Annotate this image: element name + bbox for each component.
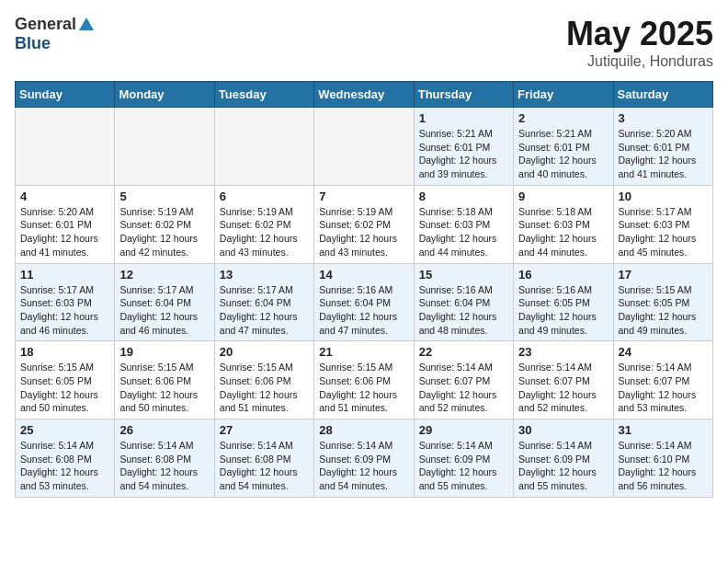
calendar-cell: 24Sunrise: 5:14 AM Sunset: 6:07 PM Dayli… [613,341,712,419]
day-number: 30 [518,423,608,437]
day-info: Sunrise: 5:14 AM Sunset: 6:07 PM Dayligh… [419,361,508,415]
day-number: 21 [319,345,408,359]
day-number: 25 [20,423,109,437]
day-info: Sunrise: 5:15 AM Sunset: 6:06 PM Dayligh… [319,361,408,415]
calendar-week-row: 4Sunrise: 5:20 AM Sunset: 6:01 PM Daylig… [16,185,713,263]
day-info: Sunrise: 5:19 AM Sunset: 6:02 PM Dayligh… [220,205,309,259]
calendar-cell: 26Sunrise: 5:14 AM Sunset: 6:08 PM Dayli… [115,419,214,498]
day-number: 16 [518,268,608,282]
day-info: Sunrise: 5:14 AM Sunset: 6:08 PM Dayligh… [220,439,309,493]
calendar-cell: 12Sunrise: 5:17 AM Sunset: 6:04 PM Dayli… [115,263,214,341]
calendar-header-row: SundayMondayTuesdayWednesdayThursdayFrid… [16,82,713,108]
day-number: 5 [119,190,209,203]
calendar-cell: 6Sunrise: 5:19 AM Sunset: 6:02 PM Daylig… [214,185,313,263]
calendar-cell: 4Sunrise: 5:20 AM Sunset: 6:01 PM Daylig… [16,185,115,263]
page-subtitle: Jutiquile, Honduras [566,53,713,70]
calendar-cell: 17Sunrise: 5:15 AM Sunset: 6:05 PM Dayli… [613,263,712,341]
calendar-cell: 20Sunrise: 5:15 AM Sunset: 6:06 PM Dayli… [214,341,313,419]
day-number: 10 [619,190,708,203]
day-number: 6 [220,190,309,203]
calendar-cell [115,108,214,186]
calendar-week-row: 11Sunrise: 5:17 AM Sunset: 6:03 PM Dayli… [16,263,713,341]
day-info: Sunrise: 5:15 AM Sunset: 6:05 PM Dayligh… [20,361,109,415]
day-info: Sunrise: 5:18 AM Sunset: 6:03 PM Dayligh… [419,205,508,259]
day-info: Sunrise: 5:14 AM Sunset: 6:10 PM Dayligh… [619,439,708,493]
day-info: Sunrise: 5:17 AM Sunset: 6:03 PM Dayligh… [619,205,708,259]
day-info: Sunrise: 5:16 AM Sunset: 6:04 PM Dayligh… [419,283,508,338]
calendar-cell: 22Sunrise: 5:14 AM Sunset: 6:07 PM Dayli… [414,341,513,419]
calendar-day-header: Saturday [613,82,712,108]
day-info: Sunrise: 5:19 AM Sunset: 6:02 PM Dayligh… [319,205,408,259]
day-info: Sunrise: 5:19 AM Sunset: 6:02 PM Dayligh… [119,205,209,259]
day-number: 1 [419,111,508,125]
day-info: Sunrise: 5:14 AM Sunset: 6:09 PM Dayligh… [419,439,508,493]
calendar-cell: 19Sunrise: 5:15 AM Sunset: 6:06 PM Dayli… [115,341,214,419]
day-info: Sunrise: 5:16 AM Sunset: 6:04 PM Dayligh… [319,283,408,338]
calendar-cell [314,108,414,186]
calendar-cell: 27Sunrise: 5:14 AM Sunset: 6:08 PM Dayli… [214,419,313,498]
calendar-cell: 18Sunrise: 5:15 AM Sunset: 6:05 PM Dayli… [16,341,115,419]
day-number: 29 [419,423,508,437]
day-number: 2 [518,111,608,125]
day-number: 3 [619,111,708,125]
calendar-cell [214,108,313,186]
page-title: May 2025 [566,15,713,53]
day-info: Sunrise: 5:14 AM Sunset: 6:09 PM Dayligh… [518,439,608,493]
day-number: 22 [419,345,508,359]
day-number: 14 [319,268,408,282]
calendar-cell: 15Sunrise: 5:16 AM Sunset: 6:04 PM Dayli… [414,263,513,341]
day-info: Sunrise: 5:15 AM Sunset: 6:06 PM Dayligh… [119,361,209,415]
day-info: Sunrise: 5:17 AM Sunset: 6:04 PM Dayligh… [119,283,209,338]
calendar-day-header: Monday [115,82,214,108]
day-number: 20 [220,345,309,359]
day-number: 7 [319,190,408,203]
calendar-cell: 2Sunrise: 5:21 AM Sunset: 6:01 PM Daylig… [514,108,613,186]
day-info: Sunrise: 5:21 AM Sunset: 6:01 PM Dayligh… [518,127,608,181]
day-info: Sunrise: 5:15 AM Sunset: 6:05 PM Dayligh… [619,283,708,338]
calendar-cell: 29Sunrise: 5:14 AM Sunset: 6:09 PM Dayli… [414,419,513,498]
calendar-cell: 14Sunrise: 5:16 AM Sunset: 6:04 PM Dayli… [314,263,414,341]
calendar-cell: 9Sunrise: 5:18 AM Sunset: 6:03 PM Daylig… [514,185,613,263]
calendar-cell: 13Sunrise: 5:17 AM Sunset: 6:04 PM Dayli… [214,263,313,341]
calendar-cell: 28Sunrise: 5:14 AM Sunset: 6:09 PM Dayli… [314,419,414,498]
day-info: Sunrise: 5:21 AM Sunset: 6:01 PM Dayligh… [419,127,508,181]
day-number: 8 [419,190,508,203]
calendar-cell: 3Sunrise: 5:20 AM Sunset: 6:01 PM Daylig… [613,108,712,186]
day-info: Sunrise: 5:16 AM Sunset: 6:05 PM Dayligh… [518,283,608,338]
day-info: Sunrise: 5:14 AM Sunset: 6:09 PM Dayligh… [319,439,408,493]
day-number: 31 [619,423,708,437]
title-block: May 2025 Jutiquile, Honduras [566,15,713,70]
day-info: Sunrise: 5:17 AM Sunset: 6:03 PM Dayligh… [20,283,109,338]
calendar-cell: 7Sunrise: 5:19 AM Sunset: 6:02 PM Daylig… [314,185,414,263]
day-number: 18 [20,345,109,359]
calendar-table: SundayMondayTuesdayWednesdayThursdayFrid… [15,81,713,498]
calendar-week-row: 18Sunrise: 5:15 AM Sunset: 6:05 PM Dayli… [16,341,713,419]
calendar-cell: 23Sunrise: 5:14 AM Sunset: 6:07 PM Dayli… [514,341,613,419]
day-number: 17 [619,268,708,282]
logo-triangle-icon [79,17,94,30]
logo: General Blue [15,15,94,53]
day-info: Sunrise: 5:14 AM Sunset: 6:08 PM Dayligh… [119,439,209,493]
calendar-day-header: Friday [514,82,613,108]
calendar-cell: 1Sunrise: 5:21 AM Sunset: 6:01 PM Daylig… [414,108,513,186]
calendar-cell: 21Sunrise: 5:15 AM Sunset: 6:06 PM Dayli… [314,341,414,419]
logo-general-text: General [15,15,76,34]
day-number: 11 [20,268,109,282]
calendar-week-row: 25Sunrise: 5:14 AM Sunset: 6:08 PM Dayli… [16,419,713,498]
calendar-day-header: Thursday [414,82,513,108]
calendar-cell: 25Sunrise: 5:14 AM Sunset: 6:08 PM Dayli… [16,419,115,498]
calendar-cell: 10Sunrise: 5:17 AM Sunset: 6:03 PM Dayli… [613,185,712,263]
day-number: 15 [419,268,508,282]
calendar-cell: 11Sunrise: 5:17 AM Sunset: 6:03 PM Dayli… [16,263,115,341]
day-number: 24 [619,345,708,359]
day-info: Sunrise: 5:14 AM Sunset: 6:07 PM Dayligh… [518,361,608,415]
day-info: Sunrise: 5:20 AM Sunset: 6:01 PM Dayligh… [619,127,708,181]
day-info: Sunrise: 5:20 AM Sunset: 6:01 PM Dayligh… [20,205,109,259]
calendar-cell: 16Sunrise: 5:16 AM Sunset: 6:05 PM Dayli… [514,263,613,341]
calendar-day-header: Tuesday [214,82,313,108]
day-info: Sunrise: 5:14 AM Sunset: 6:08 PM Dayligh… [20,439,109,493]
day-number: 26 [119,423,209,437]
day-info: Sunrise: 5:18 AM Sunset: 6:03 PM Dayligh… [518,205,608,259]
day-number: 9 [518,190,608,203]
day-number: 4 [20,190,109,203]
